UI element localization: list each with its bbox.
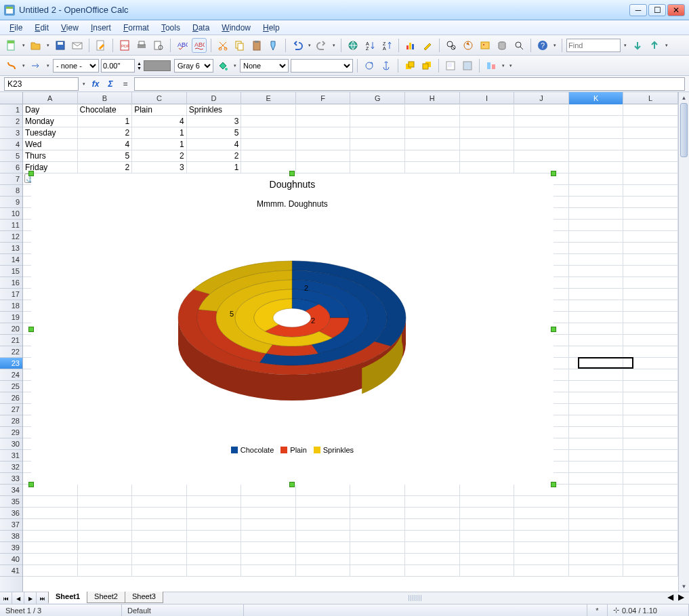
row-header-20[interactable]: 20: [0, 323, 22, 335]
cell-K13[interactable]: [569, 243, 624, 254]
cell-L29[interactable]: [623, 427, 678, 438]
cell-L20[interactable]: [623, 323, 678, 335]
row-header-24[interactable]: 24: [0, 369, 22, 381]
datasources-icon[interactable]: [495, 38, 509, 53]
cell-F36[interactable]: [296, 508, 351, 519]
row-header-10[interactable]: 10: [0, 208, 22, 220]
cell-J1[interactable]: [514, 104, 569, 116]
cell-K18[interactable]: [569, 300, 624, 312]
chart-icon[interactable]: [403, 38, 418, 53]
cell-J36[interactable]: [514, 508, 569, 519]
cell-K1[interactable]: [569, 104, 624, 116]
cell-F6[interactable]: [296, 162, 351, 173]
cell-L38[interactable]: [623, 531, 678, 542]
pdf-icon[interactable]: PDF: [117, 38, 132, 53]
cell-B6[interactable]: 2: [78, 162, 133, 173]
row-header-8[interactable]: 8: [0, 185, 22, 197]
row-header-39[interactable]: 39: [0, 542, 22, 554]
line-color-select[interactable]: Gray 6: [174, 59, 213, 73]
toolbar2-overflow[interactable]: ▾: [508, 58, 514, 73]
menu-window[interactable]: Window: [216, 22, 256, 34]
row-header-35[interactable]: 35: [0, 496, 22, 508]
cell-H34[interactable]: [405, 485, 460, 496]
scroll-grip[interactable]: [409, 595, 422, 601]
cell-C40[interactable]: [132, 554, 187, 565]
cell-L27[interactable]: [623, 404, 678, 415]
resize-handle-e[interactable]: [551, 327, 556, 332]
cell-L10[interactable]: [623, 208, 678, 220]
col-header-B[interactable]: B: [78, 92, 133, 104]
resize-handle-sw[interactable]: [28, 482, 34, 487]
cell-L9[interactable]: [623, 197, 678, 208]
cell-D41[interactable]: [187, 565, 242, 577]
cell-A41[interactable]: [23, 565, 78, 577]
cell-E39[interactable]: [241, 542, 296, 554]
undo-dropdown[interactable]: ▾: [307, 38, 312, 53]
save-icon[interactable]: [53, 38, 68, 53]
cell-C2[interactable]: 4: [132, 116, 187, 127]
show-draw-icon[interactable]: [420, 38, 435, 53]
cell-C1[interactable]: Plain: [132, 104, 187, 116]
cell-B39[interactable]: [78, 542, 133, 554]
cell-C41[interactable]: [132, 565, 187, 577]
menu-help[interactable]: Help: [257, 22, 285, 34]
cell-B2[interactable]: 1: [78, 116, 133, 127]
cell-B37[interactable]: [78, 519, 133, 531]
cell-B35[interactable]: [78, 496, 133, 508]
cell-K7[interactable]: [569, 173, 624, 185]
rotate-icon[interactable]: [362, 58, 377, 73]
cell-E41[interactable]: [241, 565, 296, 577]
cell-L11[interactable]: [623, 220, 678, 231]
cell-D37[interactable]: [187, 519, 242, 531]
cell-F34[interactable]: [296, 485, 351, 496]
area-style-select[interactable]: None: [240, 59, 289, 73]
cell-K25[interactable]: [569, 381, 624, 392]
cell-L39[interactable]: [623, 542, 678, 554]
cell-G38[interactable]: [350, 531, 405, 542]
cell-L12[interactable]: [623, 231, 678, 243]
cell-J3[interactable]: [514, 127, 569, 139]
row-header-40[interactable]: 40: [0, 554, 22, 565]
cell-L15[interactable]: [623, 266, 678, 277]
row-header-18[interactable]: 18: [0, 300, 22, 312]
width-up[interactable]: ▲: [137, 61, 142, 66]
cell-B41[interactable]: [78, 565, 133, 577]
row-header-25[interactable]: 25: [0, 381, 22, 392]
cell-E36[interactable]: [241, 508, 296, 519]
row-header-19[interactable]: 19: [0, 312, 22, 323]
find-input[interactable]: [566, 39, 621, 52]
hyperlink-icon[interactable]: [346, 38, 360, 53]
vertical-scrollbar[interactable]: ▲ ▼: [678, 92, 689, 592]
cell-G5[interactable]: [350, 150, 405, 162]
cell-D4[interactable]: 4: [187, 139, 242, 150]
cell-J37[interactable]: [514, 519, 569, 531]
col-header-I[interactable]: I: [460, 92, 515, 104]
cell-I35[interactable]: [460, 496, 515, 508]
cell-G37[interactable]: [350, 519, 405, 531]
cell-K3[interactable]: [569, 127, 624, 139]
cell-L18[interactable]: [623, 300, 678, 312]
cell-F1[interactable]: [296, 104, 351, 116]
zoom-icon[interactable]: [511, 38, 526, 53]
row-header-5[interactable]: 5: [0, 150, 22, 162]
col-header-J[interactable]: J: [514, 92, 569, 104]
cell-D39[interactable]: [187, 542, 242, 554]
cell-L16[interactable]: [623, 277, 678, 289]
bring-front-icon[interactable]: [402, 58, 417, 73]
cell-K33[interactable]: [569, 473, 624, 485]
area-fill-icon[interactable]: [215, 58, 230, 73]
background-icon[interactable]: [460, 58, 475, 73]
cell-K36[interactable]: [569, 508, 624, 519]
cell-D38[interactable]: [187, 531, 242, 542]
cell-A4[interactable]: Wed: [23, 139, 78, 150]
cell-L24[interactable]: [623, 369, 678, 381]
col-header-F[interactable]: F: [296, 92, 351, 104]
cell-E40[interactable]: [241, 554, 296, 565]
menu-tools[interactable]: Tools: [156, 22, 186, 34]
arrow-end-icon[interactable]: [28, 58, 43, 73]
cell-B36[interactable]: [78, 508, 133, 519]
cell-E34[interactable]: [241, 485, 296, 496]
cell-L5[interactable]: [623, 150, 678, 162]
col-header-A[interactable]: A: [23, 92, 78, 104]
cell-C37[interactable]: [132, 519, 187, 531]
